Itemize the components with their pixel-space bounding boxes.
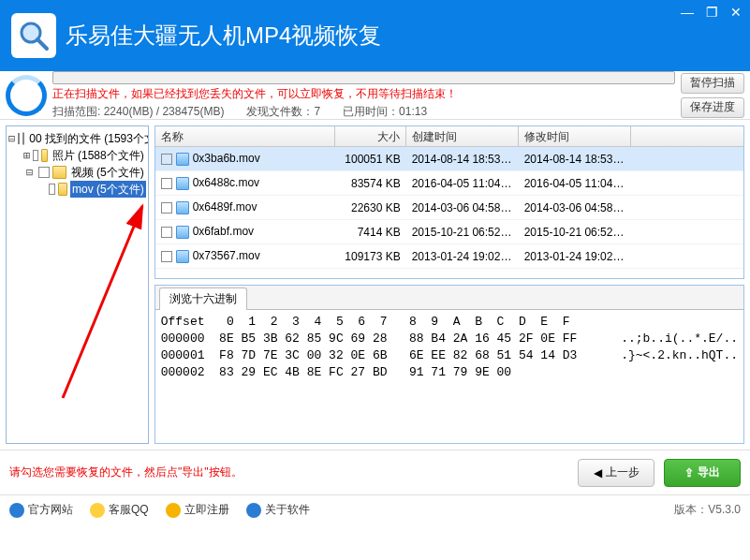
checkbox[interactable] [161,227,172,238]
checkbox[interactable] [161,154,172,165]
file-table: 名称 大小 创建时间 修改时间 0x3ba6b.mov100051 KB2014… [154,125,744,279]
spinner-icon [6,75,47,116]
folder-tree-panel: ⊟ 00 找到的文件 (1593个文件) 0(GB) ⊞ 照片 (1588个文件… [6,125,149,444]
maximize-button[interactable]: ❐ [699,2,724,22]
svg-line-1 [37,39,47,49]
checkbox[interactable] [161,202,172,214]
link-website[interactable]: 官方网站 [9,502,73,518]
hex-tab[interactable]: 浏览十六进制 [159,287,247,310]
video-file-icon [176,153,189,166]
close-button[interactable]: ✕ [724,2,748,22]
table-row[interactable]: 0x3ba6b.mov100051 KB2014-08-14 18:53:592… [155,147,743,171]
table-row[interactable]: 0x6fabf.mov7414 KB2015-10-21 06:52:23201… [155,220,743,244]
folder-icon [52,166,66,179]
video-file-icon [176,226,189,239]
hex-content: Offset 0 1 2 3 4 5 6 7 8 9 A B C D E F 0… [155,310,743,443]
tree-node-photos[interactable]: ⊞ 照片 (1588个文件) [8,147,146,164]
pause-scan-button[interactable]: 暂停扫描 [681,73,744,94]
prev-button[interactable]: ◀ 上一步 [578,459,654,487]
video-file-icon [176,177,189,190]
folder-icon [41,149,48,162]
footer-hint: 请勾选您需要恢复的文件，然后点"导出"按钮。 [9,464,243,480]
hex-viewer: 浏览十六进制 Offset 0 1 2 3 4 5 6 7 8 9 A B C … [154,285,744,444]
version-label: 版本：V5.3.0 [674,502,741,518]
tree-node-mov[interactable]: mov (5个文件) [8,181,146,198]
folder-icon [58,183,67,196]
export-button[interactable]: ⇪ 导出 [664,459,741,487]
table-row[interactable]: 0x6488c.mov83574 KB2016-04-05 11:04:0020… [155,171,743,196]
table-row[interactable]: 0x6489f.mov22630 KB2014-03-06 04:58:0820… [155,196,743,220]
tree-node-videos[interactable]: ⊟ 视频 (5个文件) [8,164,146,181]
drive-icon [22,132,24,145]
table-header: 名称 大小 创建时间 修改时间 [155,126,743,147]
link-register[interactable]: 立即注册 [166,502,229,518]
checkbox[interactable] [161,251,172,262]
video-file-icon [176,201,189,214]
col-name[interactable]: 名称 [155,126,335,146]
scan-status-bar: 正在扫描文件，如果已经找到您丢失的文件，可以立即恢复，不用等待扫描结束！ 扫描范… [0,71,750,120]
scan-stats: 扫描范围: 2240(MB) / 238475(MB) 发现文件数：7 已用时间… [52,104,675,120]
info-icon [246,503,261,518]
bottom-links-row: 官方网站 客服QQ 立即注册 关于软件 版本：V5.3.0 [0,494,750,524]
table-row[interactable]: 0x73567.mov109173 KB2013-01-24 19:02:162… [155,244,743,269]
qq-icon [90,503,105,518]
app-title: 乐易佳大疆无人机MP4视频恢复 [66,21,381,51]
footer-hint-row: 请勾选您需要恢复的文件，然后点"导出"按钮。 ◀ 上一步 ⇪ 导出 [0,449,750,494]
col-modified[interactable]: 修改时间 [519,126,631,146]
scan-message: 正在扫描文件，如果已经找到您丢失的文件，可以立即恢复，不用等待扫描结束！ [52,86,675,102]
arrow-left-icon: ◀ [594,466,602,479]
col-created[interactable]: 创建时间 [406,126,519,146]
expand-icon[interactable]: ⊟ [8,130,15,147]
export-icon: ⇪ [684,466,694,479]
collapse-icon[interactable]: ⊟ [23,164,36,181]
expand-icon[interactable]: ⊞ [23,147,30,164]
app-logo [11,13,56,58]
checkbox[interactable] [49,184,56,195]
tree-root[interactable]: ⊟ 00 找到的文件 (1593个文件) 0(GB) [8,130,146,147]
checkbox[interactable] [18,133,20,144]
link-about[interactable]: 关于软件 [246,502,310,518]
annotation-arrow [53,201,149,407]
progress-bar [52,71,675,84]
key-icon [166,503,181,518]
svg-line-2 [63,206,142,398]
video-file-icon [176,250,189,263]
minimize-button[interactable]: — [675,2,699,22]
save-progress-button[interactable]: 保存进度 [681,97,744,118]
checkbox[interactable] [161,178,172,189]
col-size[interactable]: 大小 [335,126,406,146]
titlebar: 乐易佳大疆无人机MP4视频恢复 — ❐ ✕ [0,0,750,71]
globe-icon [9,503,24,518]
checkbox[interactable] [33,150,38,161]
link-qq[interactable]: 客服QQ [90,502,149,518]
checkbox[interactable] [38,167,49,178]
